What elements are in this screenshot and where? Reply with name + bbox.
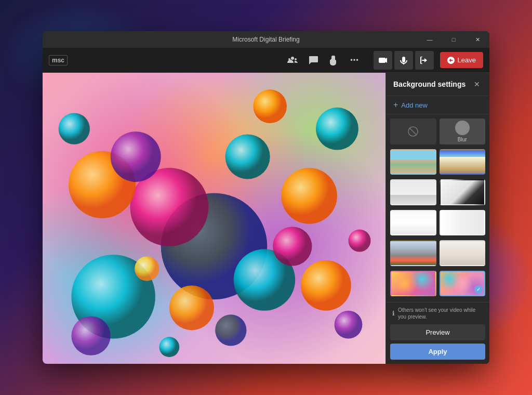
blur-avatar-icon [455,121,470,135]
background-colorful-1[interactable] [390,271,436,297]
background-white-1[interactable] [390,210,436,236]
minimize-button[interactable]: — [418,31,442,48]
background-blur[interactable]: Blur [440,118,486,144]
media-controls: Leave [374,51,483,70]
background-outdoor-1[interactable] [440,149,486,175]
svg-point-18 [348,230,370,252]
background-none[interactable] [390,118,436,144]
close-button[interactable]: ✕ [466,31,489,48]
main-content: Background settings ✕ + Add new B [43,73,489,364]
video-background [43,73,385,364]
more-icon-button[interactable]: ••• [347,52,363,69]
svg-line-21 [409,128,417,135]
background-colorful-2[interactable] [440,271,486,297]
info-row: ℹ Others won't see your video while you … [390,307,485,320]
background-settings-panel: Background settings ✕ + Add new B [385,73,489,364]
maximize-button[interactable]: □ [442,31,466,48]
svg-point-9 [273,227,312,266]
title-bar: Microsoft Digital Briefing — □ ✕ [43,31,489,48]
svg-point-17 [215,314,246,346]
backgrounds-grid: Blur [386,114,489,302]
svg-point-11 [316,108,358,150]
svg-point-13 [335,311,363,339]
people-icon-button[interactable] [284,52,301,69]
svg-point-12 [59,113,90,144]
background-white-2[interactable] [440,210,486,236]
background-room-2[interactable] [440,179,486,205]
info-icon: ℹ [392,310,395,317]
svg-point-19 [159,337,179,357]
toolbar: msc ••• [43,48,489,73]
svg-point-10 [169,285,214,330]
toolbar-actions: ••• [284,52,363,69]
leave-button[interactable]: Leave [440,52,483,68]
app-window: Microsoft Digital Briefing — □ ✕ msc [43,31,489,364]
svg-point-14 [135,256,159,281]
panel-footer: ℹ Others won't see your video while you … [386,302,489,364]
svg-point-15 [253,89,287,123]
apply-button[interactable]: Apply [390,344,485,360]
svg-point-16 [71,316,110,355]
logo: msc [49,55,68,65]
share-button[interactable] [415,51,434,70]
preview-button[interactable]: Preview [390,324,485,340]
chat-icon-button[interactable] [305,52,322,69]
background-room-1[interactable] [390,179,436,205]
mic-button[interactable] [394,51,413,70]
panel-title: Background settings [393,80,466,88]
window-controls: — □ ✕ [418,31,489,48]
panel-close-button[interactable]: ✕ [472,79,482,89]
svg-point-8 [301,260,351,311]
background-office-1[interactable] [390,149,436,175]
svg-point-4 [281,168,337,224]
background-modern-1[interactable] [390,240,436,266]
camera-button[interactable] [374,51,392,70]
hand-icon-button[interactable] [326,52,342,69]
background-minimal-1[interactable] [440,240,486,266]
svg-point-7 [111,131,161,182]
svg-point-6 [225,134,270,179]
window-title: Microsoft Digital Briefing [232,36,299,43]
add-new-button[interactable]: + Add new [386,96,489,114]
video-area [43,73,385,364]
panel-header: Background settings ✕ [386,73,489,96]
